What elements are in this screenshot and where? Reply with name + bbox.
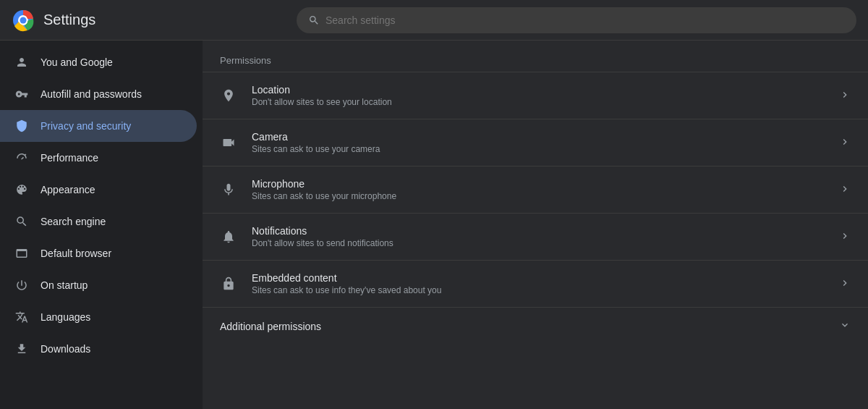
sidebar-label-on-startup: On startup [41,279,88,291]
permission-microphone-title: Microphone [252,178,825,190]
sidebar-item-autofill[interactable]: Autofill and passwords [0,78,197,110]
permission-location-title: Location [252,84,825,96]
permission-camera-title: Camera [252,131,825,143]
search-bar[interactable] [297,7,856,33]
header: Settings [0,0,868,41]
permission-microphone-text: Microphone Sites can ask to use your mic… [252,178,825,201]
download-icon [14,342,29,356]
chevron-right-icon [839,89,851,103]
chevron-right-embedded-icon [839,277,851,291]
body: You and Google Autofill and passwords Pr… [0,41,868,409]
permission-embedded[interactable]: Embedded content Sites can ask to use in… [203,260,868,307]
sidebar-item-performance[interactable]: Performance [0,142,197,174]
microphone-icon [220,181,237,198]
permission-camera[interactable]: Camera Sites can ask to use your camera [203,119,868,166]
permission-notifications[interactable]: Notifications Don't allow sites to send … [203,213,868,260]
sidebar-item-languages[interactable]: Languages [0,301,197,333]
search-input[interactable] [326,14,845,26]
sidebar-label-languages: Languages [41,311,90,323]
additional-permissions[interactable]: Additional permissions [203,307,868,345]
chevron-right-mic-icon [839,183,851,197]
palette-icon [14,182,29,197]
sidebar-item-you-and-google[interactable]: You and Google [0,46,197,78]
permission-embedded-subtitle: Sites can ask to use info they've saved … [252,285,825,295]
google-icon [14,55,29,69]
permission-location-subtitle: Don't allow sites to see your location [252,97,825,107]
permission-notifications-text: Notifications Don't allow sites to send … [252,225,825,248]
camera-icon [220,134,237,151]
sidebar-label-privacy: Privacy and security [41,120,131,132]
svg-point-4 [20,17,27,23]
permission-location-text: Location Don't allow sites to see your l… [252,84,825,107]
permission-notifications-title: Notifications [252,225,825,237]
permission-location[interactable]: Location Don't allow sites to see your l… [203,72,868,119]
chevron-right-notif-icon [839,230,851,244]
search-icon [14,214,29,229]
power-icon [14,278,29,292]
chevron-down-icon [839,319,851,333]
main-content: Permissions Location Don't allow sites t… [203,41,868,409]
location-icon [220,87,237,104]
sidebar-label-performance: Performance [41,152,98,164]
chevron-right-camera-icon [839,136,851,150]
sidebar-item-on-startup[interactable]: On startup [0,269,197,301]
sidebar: You and Google Autofill and passwords Pr… [0,41,203,409]
embedded-icon [220,275,237,292]
permission-notifications-subtitle: Don't allow sites to send notifications [252,238,825,248]
chrome-logo [12,9,35,32]
permission-embedded-text: Embedded content Sites can ask to use in… [252,272,825,295]
permissions-title: Permissions [203,41,868,72]
sidebar-label-appearance: Appearance [41,184,95,195]
permission-embedded-title: Embedded content [252,272,825,284]
sidebar-item-privacy[interactable]: Privacy and security [0,110,197,142]
sidebar-item-downloads[interactable]: Downloads [0,333,197,365]
sidebar-label-you-and-google: You and Google [41,56,113,68]
browser-icon [14,246,29,261]
languages-icon [14,310,29,324]
sidebar-label-search-engine: Search engine [41,216,106,227]
sidebar-label-downloads: Downloads [41,343,90,355]
permission-camera-subtitle: Sites can ask to use your camera [252,144,825,154]
additional-permissions-label: Additional permissions [220,321,321,332]
search-icon [308,14,320,26]
page-title: Settings [43,12,282,28]
permission-camera-text: Camera Sites can ask to use your camera [252,131,825,154]
permission-microphone-subtitle: Sites can ask to use your microphone [252,191,825,201]
sidebar-label-default-browser: Default browser [41,248,111,259]
bell-icon [220,228,237,245]
key-icon [14,87,29,101]
sidebar-item-search-engine[interactable]: Search engine [0,206,197,237]
shield-icon [14,119,29,133]
permission-microphone[interactable]: Microphone Sites can ask to use your mic… [203,166,868,213]
sidebar-label-autofill: Autofill and passwords [41,88,142,100]
sidebar-item-default-browser[interactable]: Default browser [0,237,197,269]
sidebar-item-appearance[interactable]: Appearance [0,174,197,206]
gauge-icon [14,151,29,165]
